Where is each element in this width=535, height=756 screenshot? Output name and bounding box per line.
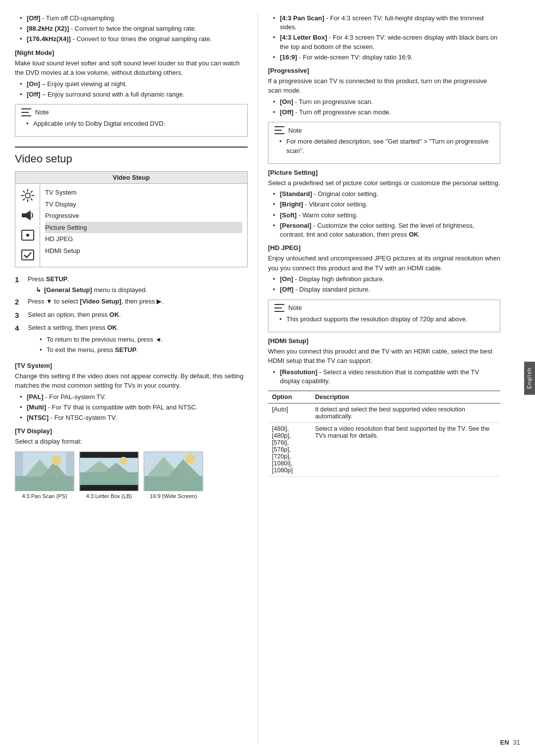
bullet-off: [Off] - Turn off CD-upsampling. bbox=[20, 14, 248, 23]
right-43ps: [4:3 Pan Scan] - For 4:3 screen TV: full… bbox=[273, 14, 500, 32]
note-1-bullets: Applicable only to Dolby Digital encoded… bbox=[26, 119, 241, 128]
menu-item-picture-setting: Picture Setting bbox=[45, 222, 242, 234]
note-header-2: Note bbox=[274, 126, 494, 134]
tv-display-body: Select a display format: bbox=[15, 437, 248, 447]
display-images: 4:3 Pan Scan (PS) bbox=[15, 452, 248, 499]
language-tab: English bbox=[524, 361, 535, 395]
svg-rect-9 bbox=[22, 213, 26, 217]
tv-system-bullets: [PAL] - For PAL-system TV. [Multi] - For… bbox=[20, 393, 248, 423]
video-setup-title: Video setup bbox=[15, 152, 248, 165]
picture-setting-bullets: [Standard] - Original color setting. [Br… bbox=[273, 190, 500, 239]
ps-personal: [Personal] - Customize the color setting… bbox=[273, 221, 500, 239]
night-off: [Off] – Enjoy surround sound with a full… bbox=[20, 90, 248, 99]
step-4: 4 Select a setting, then press OK. To re… bbox=[15, 323, 248, 357]
hdmi-row-auto: [Auto] It detect and select the best sup… bbox=[268, 403, 500, 423]
svg-rect-23 bbox=[80, 485, 138, 491]
menu-item-progressive: Progressive bbox=[45, 210, 242, 222]
display-ps-item: 4:3 Pan Scan (PS) bbox=[15, 452, 74, 499]
display-lb-label: 4:3 Letter Box (LB) bbox=[86, 493, 132, 499]
svg-point-32 bbox=[185, 454, 195, 464]
menu-items-col: TV System TV Display Progressive Picture… bbox=[40, 184, 247, 267]
hdmi-resolution: [Resolution] - Select a video resolution… bbox=[273, 368, 500, 386]
ps-soft: [Soft] - Warm color setting. bbox=[273, 211, 500, 220]
night-mode-bullets: [On] – Enjoy quiet viewing at night. [Of… bbox=[20, 80, 248, 99]
hd-jpeg-body: Enjoy untouched and uncompressed JPEG pi… bbox=[268, 253, 500, 273]
tv-system-body: Change this setting if the video does no… bbox=[15, 371, 248, 391]
note-3-item-1: This product supports the resolution dis… bbox=[279, 315, 494, 324]
hdmi-auto-desc: It detect and select the best supported … bbox=[311, 403, 500, 423]
ps-standard: [Standard] - Original color setting. bbox=[273, 190, 500, 199]
prog-off: [Off] - Turn off progressive scan mode. bbox=[273, 108, 500, 117]
step-3-content: Select an option, then press OK. bbox=[28, 310, 248, 321]
note-header-1: Note bbox=[21, 108, 241, 116]
display-lb-box bbox=[79, 452, 139, 491]
svg-point-12 bbox=[26, 234, 29, 237]
note-icon-1 bbox=[21, 108, 31, 116]
step-num-1: 1 bbox=[15, 274, 25, 295]
arrow-sym: ↳ bbox=[36, 285, 41, 295]
svg-marker-10 bbox=[26, 210, 31, 220]
note-2-item-1: For more detailed description, see "Get … bbox=[279, 137, 494, 155]
svg-point-27 bbox=[119, 456, 127, 464]
step-1-arrow: ↳ [General Setup] menu is displayed. bbox=[28, 285, 248, 295]
menu-table: Video Steup bbox=[15, 171, 248, 267]
progressive-body: If a progressive scan TV is connected to… bbox=[268, 76, 500, 96]
tv-display-heading: [TV Display] bbox=[15, 427, 248, 435]
menu-item-hd-jpeg: HD JPEG bbox=[45, 233, 242, 245]
right-169: [16:9] - For wide-screen TV: display rat… bbox=[273, 53, 500, 62]
night-mode-body: Make loud sound level softer and soft so… bbox=[15, 58, 248, 78]
steps-list: 1 Press SETUP. ↳ [General Setup] menu is… bbox=[15, 274, 248, 357]
top-bullet-list: [Off] - Turn off CD-upsampling. [88.2kHz… bbox=[20, 14, 248, 44]
menu-icons-col bbox=[15, 184, 40, 267]
footer-en: EN bbox=[500, 739, 509, 746]
tv-ntsc: [NTSC] - For NTSC-system TV. bbox=[20, 413, 248, 422]
svg-line-5 bbox=[23, 191, 25, 193]
note-box-1: Note Applicable only to Dolby Digital en… bbox=[15, 104, 248, 137]
hdmi-setup-heading: [HDMI Setup] bbox=[268, 337, 500, 345]
progressive-bullets: [On] - Turn on progressive scan. [Off] -… bbox=[273, 98, 500, 117]
note-label-2: Note bbox=[288, 127, 302, 134]
display-ws-item: 16:9 (Wide Screen) bbox=[144, 452, 203, 499]
display-ps-label: 4:3 Pan Scan (PS) bbox=[22, 493, 67, 499]
hdmi-row-resolutions: [480i], [480p],[576i], [576p],[720p], [1… bbox=[268, 423, 500, 477]
bullet-1764: [176.4kHz(X4)] - Convert to four times t… bbox=[20, 35, 248, 44]
bullet-882: [88.2kHz (X2)] - Convert to twice the or… bbox=[20, 24, 248, 33]
hdmi-res-desc: Select a video resolution that best supp… bbox=[311, 423, 500, 477]
step-2-content: Press ▼ to select [Video Setup], then pr… bbox=[28, 297, 248, 308]
menu-table-header: Video Steup bbox=[15, 172, 247, 184]
svg-line-8 bbox=[23, 199, 25, 201]
svg-rect-20 bbox=[66, 452, 74, 491]
tv-system-heading: [TV System] bbox=[15, 362, 248, 369]
display-lb-item: 4:3 Letter Box (LB) bbox=[79, 452, 139, 499]
display-ps-box bbox=[15, 452, 74, 491]
hdmi-setup-body: When you connect this proudct and the TV… bbox=[268, 347, 500, 366]
night-mode-heading: [Night Mode] bbox=[15, 49, 248, 56]
picture-setting-body: Select a predefined set of picture color… bbox=[268, 178, 500, 188]
prog-on: [On] - Turn on progressive scan. bbox=[273, 98, 500, 106]
display-ws-label: 16:9 (Wide Screen) bbox=[150, 493, 197, 499]
svg-line-6 bbox=[31, 199, 33, 201]
night-on: [On] – Enjoy quiet viewing at night. bbox=[20, 80, 248, 89]
svg-rect-19 bbox=[16, 452, 23, 491]
page-footer: EN 31 bbox=[500, 739, 520, 746]
menu-item-tv-system: TV System bbox=[45, 187, 242, 199]
hdmi-col-desc: Description bbox=[311, 391, 500, 403]
note-icon-2 bbox=[274, 126, 284, 134]
note-label-1: Note bbox=[35, 108, 49, 116]
menu-table-body: TV System TV Display Progressive Picture… bbox=[15, 184, 247, 267]
step-1-content: Press SETUP. ↳ [General Setup] menu is d… bbox=[28, 274, 248, 295]
step-4-sub-2: To exit the menu, press SETUP. bbox=[40, 345, 248, 355]
hdmi-setup-bullets: [Resolution] - Select a video resolution… bbox=[273, 368, 500, 386]
hd-jpeg-off: [Off] - Display standard picture. bbox=[273, 285, 500, 294]
disc-icon bbox=[20, 227, 36, 243]
note-1-item-1: Applicable only to Dolby Digital encoded… bbox=[26, 119, 241, 128]
step-4-subs: To return to the previous menu, press ◄.… bbox=[40, 335, 248, 355]
svg-point-0 bbox=[25, 193, 30, 198]
step-3: 3 Select an option, then press OK. bbox=[15, 310, 248, 321]
picture-setting-heading: [Picture Setting] bbox=[268, 169, 500, 176]
hdmi-col-option: Option bbox=[268, 391, 311, 403]
step-2: 2 Press ▼ to select [Video Setup], then … bbox=[15, 297, 248, 308]
step-num-4: 4 bbox=[15, 323, 25, 357]
hdmi-res-option: [480i], [480p],[576i], [576p],[720p], [1… bbox=[268, 423, 311, 477]
menu-item-tv-display: TV Display bbox=[45, 199, 242, 210]
